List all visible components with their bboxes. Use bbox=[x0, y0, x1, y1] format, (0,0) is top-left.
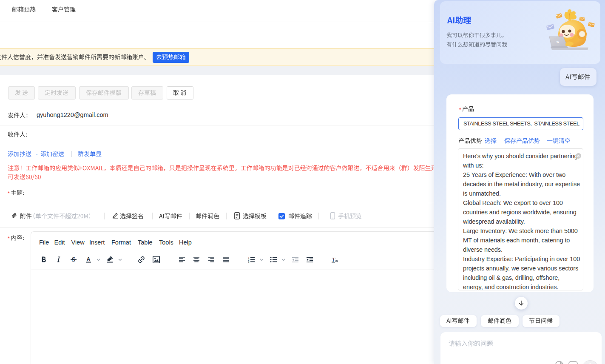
svg-text:w: w bbox=[556, 40, 559, 44]
svg-text:3: 3 bbox=[248, 260, 249, 262]
svg-text:A: A bbox=[86, 256, 90, 262]
svg-text:T: T bbox=[332, 256, 335, 263]
